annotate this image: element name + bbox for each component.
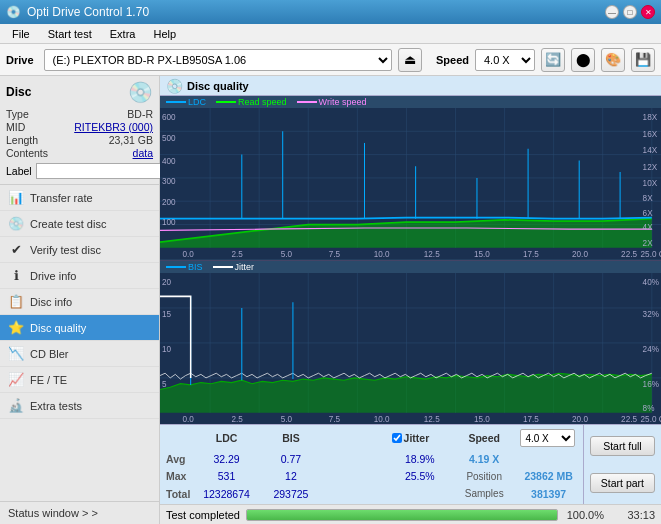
top-chart: 600 500 400 300 200 100 18X 16X 14X 12X …: [160, 108, 661, 260]
svg-text:16%: 16%: [643, 378, 660, 389]
sidebar-item-verify-test-disc[interactable]: ✔ Verify test disc: [0, 237, 159, 263]
sidebar-item-disc-quality[interactable]: ⭐ Disc quality: [0, 315, 159, 341]
svg-text:12.5: 12.5: [424, 249, 440, 260]
record-button[interactable]: ⬤: [571, 48, 595, 72]
svg-text:4X: 4X: [643, 222, 653, 233]
save-button[interactable]: 💾: [631, 48, 655, 72]
sidebar-item-disc-info[interactable]: 📋 Disc info: [0, 289, 159, 315]
jitter-checkbox[interactable]: [392, 433, 402, 443]
stats-row: LDC BIS Jitter Speed 4.0 X Avg 3: [160, 424, 661, 504]
sidebar-item-transfer-rate[interactable]: 📊 Transfer rate: [0, 185, 159, 211]
svg-text:10: 10: [162, 343, 171, 354]
app-title: Opti Drive Control 1.70: [27, 5, 149, 19]
stats-position-label: Position: [456, 471, 512, 482]
stats-total-bis: 293725: [263, 488, 319, 500]
svg-text:25.0 GB: 25.0 GB: [641, 249, 661, 260]
label-input[interactable]: [36, 163, 169, 179]
menu-bar: File Start test Extra Help: [0, 24, 661, 44]
sidebar-item-cd-bler[interactable]: 📉 CD Bler: [0, 341, 159, 367]
charts-wrapper: LDC Read speed Write speed: [160, 96, 661, 424]
disc-quality-icon: ⭐: [8, 320, 24, 335]
disc-field-contents: Contents data: [6, 147, 153, 159]
svg-text:2.5: 2.5: [232, 413, 243, 424]
start-part-button[interactable]: Start part: [590, 473, 655, 493]
stats-avg-label: Avg: [166, 453, 190, 465]
legend-read: Read speed: [238, 97, 287, 107]
svg-text:600: 600: [162, 111, 176, 122]
disc-label-row: Label ✎: [6, 162, 153, 180]
verify-test-disc-icon: ✔: [8, 242, 24, 257]
bottom-chart-legend: BIS Jitter: [160, 261, 661, 273]
nav-items: 📊 Transfer rate 💿 Create test disc ✔ Ver…: [0, 185, 159, 501]
stats-total-ldc: 12328674: [198, 488, 254, 500]
chart-header-icon: 💿: [166, 78, 183, 94]
disc-panel: Disc 💿 Type BD-R MID RITEKBR3 (000) Leng…: [0, 76, 159, 185]
svg-text:7.5: 7.5: [329, 413, 340, 424]
sidebar-item-label: Disc info: [30, 296, 72, 308]
speed-select[interactable]: 4.0 X: [475, 49, 535, 71]
stats-grid: LDC BIS Jitter Speed 4.0 X Avg 3: [160, 425, 583, 504]
svg-text:17.5: 17.5: [523, 413, 539, 424]
svg-text:14X: 14X: [643, 145, 658, 156]
bottom-bar: Test completed 100.0% 33:13: [160, 504, 661, 524]
stats-samples-label: Samples: [456, 488, 512, 499]
eject-button[interactable]: ⏏: [398, 48, 422, 72]
svg-text:10.0: 10.0: [374, 413, 390, 424]
sidebar: Disc 💿 Type BD-R MID RITEKBR3 (000) Leng…: [0, 76, 160, 524]
stats-max-bis: 12: [263, 470, 319, 482]
svg-text:2.5: 2.5: [232, 249, 243, 260]
sidebar-item-drive-info[interactable]: ℹ Drive info: [0, 263, 159, 289]
sidebar-item-label: CD Bler: [30, 348, 69, 360]
chart-title: Disc quality: [187, 80, 249, 92]
minimize-button[interactable]: —: [605, 5, 619, 19]
disc-panel-title: Disc: [6, 85, 31, 99]
legend-write: Write speed: [319, 97, 367, 107]
start-buttons: Start full Start part: [583, 425, 661, 504]
svg-text:25.0 GB: 25.0 GB: [641, 413, 661, 424]
chart-header: 💿 Disc quality: [160, 76, 661, 96]
status-window-button[interactable]: Status window > >: [0, 501, 159, 524]
sidebar-item-fe-te[interactable]: 📈 FE / TE: [0, 367, 159, 393]
stats-max-ldc: 531: [198, 470, 254, 482]
extra-tests-icon: 🔬: [8, 398, 24, 413]
sidebar-item-create-test-disc[interactable]: 💿 Create test disc: [0, 211, 159, 237]
legend-ldc: LDC: [188, 97, 206, 107]
start-full-button[interactable]: Start full: [590, 436, 655, 456]
stats-col-jitter: Jitter: [392, 432, 448, 444]
svg-text:6X: 6X: [643, 208, 653, 219]
app-icon: 💿: [6, 5, 21, 19]
status-window-label: Status window > >: [8, 507, 98, 519]
progress-percent: 100.0%: [564, 509, 604, 521]
sidebar-item-label: Extra tests: [30, 400, 82, 412]
color-button[interactable]: 🎨: [601, 48, 625, 72]
content-area: 💿 Disc quality LDC Read speed: [160, 76, 661, 524]
svg-text:16X: 16X: [643, 129, 658, 140]
close-button[interactable]: ✕: [641, 5, 655, 19]
stats-speed-select[interactable]: 4.0 X: [520, 429, 575, 447]
sidebar-item-extra-tests[interactable]: 🔬 Extra tests: [0, 393, 159, 419]
maximize-button[interactable]: □: [623, 5, 637, 19]
svg-text:200: 200: [162, 196, 176, 207]
svg-text:5: 5: [162, 378, 167, 389]
create-test-disc-icon: 💿: [8, 216, 24, 231]
sidebar-item-label: Drive info: [30, 270, 76, 282]
toolbar: Drive (E:) PLEXTOR BD-R PX-LB950SA 1.06 …: [0, 44, 661, 76]
speed-label: Speed: [436, 54, 469, 66]
menu-file[interactable]: File: [4, 27, 38, 41]
svg-text:24%: 24%: [643, 343, 660, 354]
elapsed-time: 33:13: [610, 509, 655, 521]
svg-text:7.5: 7.5: [329, 249, 340, 260]
stats-max-jitter: 25.5%: [392, 470, 448, 482]
legend-jitter: Jitter: [235, 262, 255, 272]
drive-select[interactable]: (E:) PLEXTOR BD-R PX-LB950SA 1.06: [44, 49, 392, 71]
refresh-button[interactable]: 🔄: [541, 48, 565, 72]
sidebar-item-label: Create test disc: [30, 218, 106, 230]
svg-text:10X: 10X: [643, 178, 658, 189]
transfer-rate-icon: 📊: [8, 190, 24, 205]
svg-text:40%: 40%: [643, 276, 660, 287]
svg-text:500: 500: [162, 132, 176, 143]
svg-text:8%: 8%: [643, 402, 655, 413]
menu-start-test[interactable]: Start test: [40, 27, 100, 41]
menu-help[interactable]: Help: [145, 27, 184, 41]
menu-extra[interactable]: Extra: [102, 27, 144, 41]
